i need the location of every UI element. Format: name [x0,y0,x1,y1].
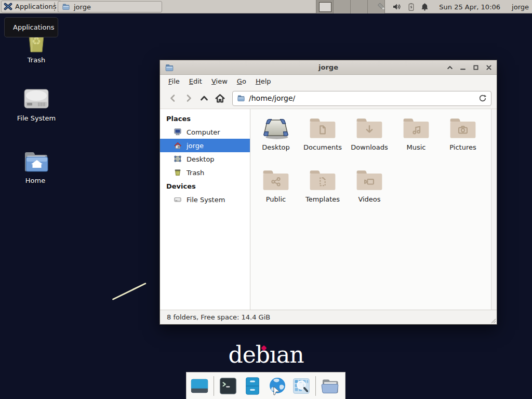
applications-tooltip: Applications [4,17,58,37]
menu-edit[interactable]: Edit [184,76,207,86]
shade-button[interactable] [447,64,453,71]
sidebar-item-label: Trash [187,169,204,177]
top-panel: Applications jorge [0,0,532,14]
home-icon [174,141,182,150]
file-item-templates[interactable]: Templates [299,166,346,218]
sidebar: Places Computer jorge [160,109,250,310]
sidebar-item-jorge[interactable]: jorge [160,139,250,152]
maximize-button[interactable] [473,64,479,71]
window-content: Places Computer jorge [160,109,497,310]
panel-separator-handle[interactable] [54,3,55,11]
app-finder-launcher[interactable] [291,376,312,396]
panel-username[interactable]: jorge [512,3,529,11]
sidebar-item-file-system[interactable]: File System [160,193,250,206]
app-finder-icon [291,376,311,396]
minimize-button[interactable] [460,64,466,71]
file-item-label: Templates [305,195,340,203]
forward-button[interactable] [181,90,196,106]
desktop-icon-label: Trash [28,56,45,64]
dock-separator [315,376,316,396]
menu-view[interactable]: View [207,76,232,86]
sidebar-item-label: Computer [187,128,220,136]
file-manager-window: jorge File Edit View Go Help [159,60,497,325]
home-button[interactable] [212,90,228,106]
file-item-downloads[interactable]: Downloads [346,114,393,166]
wallpaper-swoosh [112,283,147,300]
path-folder-icon [237,94,245,102]
debian-logo: debıan [0,342,532,367]
volume-icon[interactable] [392,2,402,11]
trash-small-icon [174,168,182,177]
toolbar: /home/jorge/ [160,88,497,109]
up-button[interactable] [196,90,212,106]
workspace-2[interactable] [334,0,351,14]
file-item-public[interactable]: Public [252,166,299,218]
xfce-logo-icon [4,2,12,11]
taskbar-window-button[interactable]: jorge [58,1,162,12]
workspace-1[interactable] [316,0,334,14]
sidebar-item-label: Desktop [187,155,215,163]
workspace-switcher[interactable] [316,0,385,14]
show-desktop-launcher[interactable] [189,376,210,396]
file-item-label: Desktop [262,143,290,151]
window-title: jorge [160,63,497,71]
panel-clock[interactable]: Sun 25 Apr, 10:06 [439,3,500,11]
stylus-icon[interactable] [376,2,387,12]
desktop-icon-home[interactable]: Home [9,149,61,184]
reload-icon[interactable] [478,94,487,102]
file-view[interactable]: Desktop Documents [250,109,491,310]
path-bar[interactable]: /home/jorge/ [232,91,491,106]
sidebar-item-trash[interactable]: Trash [160,166,250,179]
file-manager-folder-icon [320,376,340,396]
resize-grip[interactable] [491,318,496,324]
file-item-videos[interactable]: Videos [346,166,393,218]
file-item-music[interactable]: Music [393,114,440,166]
battery-charging-icon[interactable] [407,2,416,12]
file-item-documents[interactable]: Documents [299,114,346,166]
forward-icon [183,93,194,103]
computer-icon [174,128,182,136]
file-item-label: Downloads [351,143,388,151]
sidebar-header-devices: Devices [160,179,250,193]
notifications-icon[interactable] [420,2,429,11]
home-icon [215,93,225,104]
desktop-icon-label: File System [17,114,56,122]
desktop-icon-file-system[interactable]: File System [10,86,62,122]
file-cabinet-launcher[interactable] [242,376,263,396]
sidebar-item-desktop[interactable]: Desktop [160,152,250,166]
workspace-window-preview [319,2,331,12]
file-item-pictures[interactable]: Pictures [440,114,486,166]
menu-help[interactable]: Help [251,76,276,86]
sidebar-item-computer[interactable]: Computer [160,125,250,139]
back-button[interactable] [165,90,181,106]
folder-templates-icon [307,167,338,193]
taskbar-window-label: jorge [74,3,91,11]
drive-icon [22,86,51,111]
vertical-scrollbar[interactable] [491,109,497,310]
terminal-launcher[interactable] [218,376,238,396]
file-item-desktop[interactable]: Desktop [252,114,299,166]
desktop-small-icon [174,155,182,163]
menubar: File Edit View Go Help [160,75,497,88]
file-item-label: Videos [358,195,380,203]
web-browser-launcher[interactable] [267,376,287,396]
dock-panel [186,372,345,399]
sidebar-item-label: jorge [187,142,204,150]
close-button[interactable] [486,64,492,71]
folder-documents-icon [307,115,338,141]
file-cabinet-icon [243,376,262,396]
window-titlebar[interactable]: jorge [160,60,497,75]
menu-go[interactable]: Go [232,76,251,86]
desktop-icon-label: Home [25,177,45,184]
workspace-3[interactable] [351,0,368,14]
file-manager-launcher[interactable] [320,376,340,396]
menu-file[interactable]: File [164,76,184,86]
file-item-label: Public [266,195,286,203]
path-input[interactable]: /home/jorge/ [249,94,475,102]
file-item-label: Pictures [449,143,476,151]
statusbar-text: 8 folders, Free space: 14.4 GiB [167,313,270,321]
applications-menu-label: Applications [15,3,56,10]
applications-menu-button[interactable]: Applications [1,1,61,12]
terminal-icon [218,376,238,396]
file-item-label: Documents [303,143,342,151]
